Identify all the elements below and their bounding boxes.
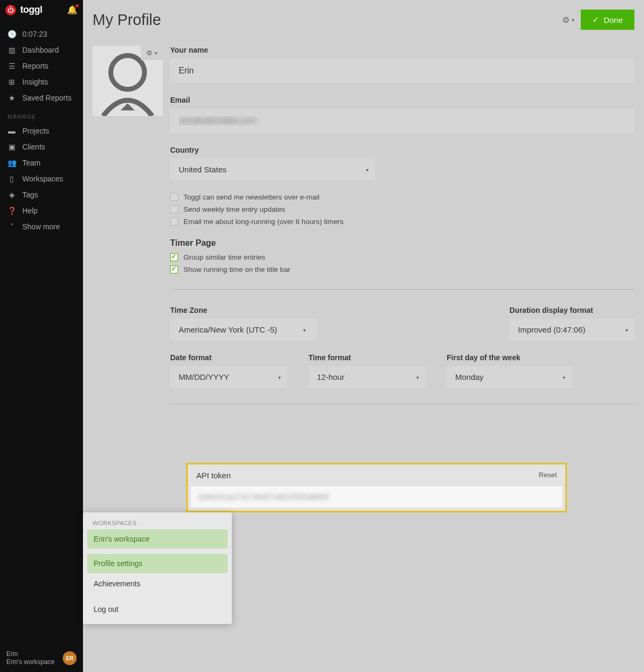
checkbox-checked-icon [170,253,178,261]
popup-item-achievements[interactable]: Achievements [87,574,228,593]
timezone-select[interactable]: America/New York (UTC -5) [170,319,316,341]
checkbox-icon [170,205,178,213]
sidebar: ⏻ toggl 🔔 🕓0:07:23 ▥Dashboard ☰Reports ⊞… [0,0,83,672]
divider [170,289,634,290]
date-format-label: Date format [170,353,287,362]
name-input[interactable] [170,59,634,83]
person-icon: ▣ [7,143,16,151]
notifications-button[interactable]: 🔔 [67,5,78,15]
sidebar-item-label: 0:07:23 [22,30,47,38]
bar-chart-icon: ▥ [7,46,16,54]
tag-icon: ◈ [7,190,16,199]
caret-down-icon: ▾ [416,374,419,380]
caret-down-icon: ▾ [366,167,369,172]
sidebar-item-label: Tags [22,190,38,199]
name-label: Your name [170,46,634,54]
sidebar-item-label: Team [22,159,40,167]
sidebar-item-projects[interactable]: ▬Projects [0,123,83,139]
sidebar-item-workspaces[interactable]: ▯Workspaces [0,171,83,187]
plus-box-icon: ⊞ [7,78,16,86]
sidebar-item-label: Show more [22,222,60,231]
sidebar-item-clients[interactable]: ▣Clients [0,139,83,155]
caret-down-icon: ▾ [278,374,281,380]
star-icon: ★ [7,94,16,102]
checkbox-weekly-updates[interactable]: Send weekly time entry updates [170,205,634,213]
popup-header: WORKSPACES [87,517,228,529]
timer-page-heading: Timer Page [170,238,634,248]
popup-item-logout[interactable]: Log out [87,600,228,619]
footer-workspace: Erin's workspace [6,658,58,667]
sidebar-header: ⏻ toggl 🔔 [0,0,83,20]
list-icon: ☰ [7,62,16,70]
timezone-label: Time Zone [170,306,488,314]
popup-item-workspace[interactable]: Erin's workspace [87,529,228,549]
team-icon: 👥 [7,159,16,167]
sidebar-item-label: Saved Reports [22,94,72,102]
api-token-label: API token [196,471,231,480]
duration-select[interactable]: Improved (0:47:06) [509,319,634,341]
time-format-label: Time format [308,353,425,362]
briefcase-icon: ▯ [7,175,16,183]
checkbox-checked-icon [170,266,178,273]
gear-icon: ⚙ [146,49,153,57]
help-icon: ❓ [7,206,16,215]
sidebar-item-label: Clients [22,143,45,151]
sidebar-item-insights[interactable]: ⊞Insights [0,74,83,90]
sidebar-item-label: Workspaces [22,175,63,183]
api-token-value[interactable]: 0a991fc1a27327684f718b21f930d8f60f [191,486,562,508]
checkbox-icon [170,193,178,201]
checkbox-icon [170,218,178,226]
profile-avatar: ⚙▾ [93,46,163,116]
api-token-section: API token Reset 0a991fc1a27327684f718b21… [186,463,567,512]
caret-down-icon: ▾ [155,51,157,56]
toggl-logo-icon: ⏻ [5,5,16,15]
chevron-down-icon: ˅ [7,222,16,231]
first-day-select[interactable]: Monday [447,366,572,388]
email-label: Email [170,96,634,104]
sidebar-item-reports[interactable]: ☰Reports [0,58,83,74]
checkbox-title-bar[interactable]: Show running time on the title bar [170,266,634,273]
done-label: Done [604,15,623,24]
sidebar-item-help[interactable]: ❓Help [0,203,83,219]
duration-label: Duration display format [509,306,634,314]
caret-down-icon: ▾ [625,327,628,333]
gear-icon: ⚙ [562,15,570,25]
clock-icon: 🕓 [7,30,16,38]
sidebar-item-tags[interactable]: ◈Tags [0,187,83,203]
sidebar-item-timer[interactable]: 🕓0:07:23 [0,26,83,42]
sidebar-item-team[interactable]: 👥Team [0,155,83,171]
sidebar-item-label: Reports [22,62,48,70]
workspace-popup: WORKSPACES Erin's workspace Profile sett… [83,512,232,624]
checkbox-newsletters[interactable]: Toggl can send me newsletters over e-mai… [170,193,634,201]
done-button[interactable]: ✓Done [581,10,634,30]
sidebar-item-saved-reports[interactable]: ★Saved Reports [0,90,83,106]
sidebar-item-label: Projects [22,127,49,135]
sidebar-footer[interactable]: Erin Erin's workspace ER [0,645,83,672]
sidebar-item-label: Dashboard [22,46,59,54]
sidebar-item-show-more[interactable]: ˅Show more [0,219,83,235]
time-format-select[interactable]: 12-hour [308,366,425,388]
caret-down-icon: ▾ [572,17,574,23]
avatar: ER [63,651,77,665]
first-day-label: First day of the week [447,353,572,362]
popup-item-profile-settings[interactable]: Profile settings [87,554,228,573]
brand-name: toggl [20,4,42,15]
sidebar-item-label: Insights [22,78,48,86]
email-input[interactable] [170,109,634,133]
avatar-settings-button[interactable]: ⚙▾ [141,46,163,60]
divider [170,404,634,404]
country-select[interactable]: United States [170,159,375,180]
sidebar-item-dashboard[interactable]: ▥Dashboard [0,42,83,58]
caret-down-icon: ▾ [303,327,306,333]
checkbox-long-running[interactable]: Email me about long-running (over 8 hour… [170,218,634,226]
date-format-select[interactable]: MM/DD/YYYY [170,366,287,388]
page-title: My Profile [93,11,161,29]
check-icon: ✓ [592,15,599,24]
caret-down-icon: ▾ [563,374,565,380]
settings-dropdown[interactable]: ⚙▾ [562,15,574,25]
sidebar-manage-header: MANAGE [0,106,83,123]
api-reset-button[interactable]: Reset [539,471,557,480]
notification-dot [76,4,79,7]
folder-icon: ▬ [7,127,16,135]
checkbox-group-entries[interactable]: Group similar time entries [170,253,634,261]
